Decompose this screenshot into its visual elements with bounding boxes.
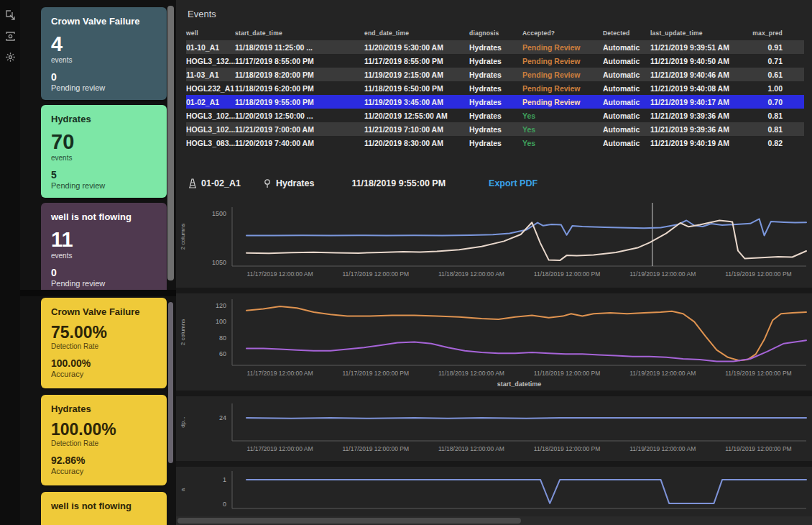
summary-card-value: 70 <box>51 132 157 152</box>
horizontal-scrollbar <box>176 516 812 525</box>
col-header-max-pred[interactable]: max_pred <box>744 29 783 37</box>
well-derrick-icon <box>188 178 198 188</box>
summary-card-sub-value: 5 <box>51 170 157 180</box>
table-row[interactable]: HOGL3_102...11/21/2019 7:00:00 AM11/21/2… <box>186 122 804 136</box>
summary-card-value-label: events <box>51 56 157 64</box>
share-icon[interactable] <box>5 10 16 21</box>
metric-card-title: well is not flowing <box>51 501 157 512</box>
table-row[interactable]: 01-02_A111/18/2019 9:55:00 PM11/19/2019 … <box>186 95 804 109</box>
table-row[interactable]: HOGL3_083...11/20/2019 7:40:00 AM11/20/2… <box>186 136 804 150</box>
cell-end-date-time: 11/20/2019 8:30:00 AM <box>364 139 469 147</box>
cell-start-date-time: 11/17/2019 8:55:00 PM <box>235 57 364 65</box>
cell-end-date-time: 11/21/2019 7:10:00 AM <box>364 125 469 134</box>
cell-diagnosis: Hydrates <box>469 139 522 147</box>
cell-accepted: Yes <box>522 139 591 147</box>
cell-start-date-time: 11/18/2019 11:25:00 ... <box>235 43 364 52</box>
table-row[interactable]: HOGL3_102...11/20/2019 12:50:00 ...11/20… <box>186 109 804 122</box>
cell-accepted: Yes <box>522 111 591 120</box>
chart-2-plot[interactable]: 2 columns120100806011/17/2019 12:00:00 A… <box>176 293 812 391</box>
cell-accepted: Pending Review <box>522 43 591 52</box>
cell-diagnosis: Hydrates <box>469 43 522 52</box>
cell-last-update-time: 11/21/2019 9:40:19 AM <box>650 139 744 147</box>
y-axis-label: a <box>180 488 186 491</box>
summary-card-value-label: events <box>51 252 157 260</box>
summary-card-sub-label: Pending review <box>51 181 157 190</box>
cell-well: HOGL3_083... <box>186 139 235 147</box>
metric-card-sub-value: 100.00% <box>51 358 157 368</box>
cards-scrollbar-top[interactable] <box>167 6 174 280</box>
x-tick-label: 11/19/2019 12:00:00 AM <box>629 270 696 278</box>
chart-4-plot[interactable]: a10 <box>176 467 812 516</box>
x-tick-label: 11/17/2019 12:00:00 PM <box>343 370 409 377</box>
y-tick-label: 1 <box>223 476 226 483</box>
cell-diagnosis: Hydrates <box>469 84 522 93</box>
col-header-well[interactable]: well <box>186 29 235 37</box>
summary-card-value: 11 <box>51 229 157 250</box>
frame-icon[interactable] <box>5 31 16 42</box>
metric-card-sub-value: 92.86% <box>51 455 157 465</box>
cell-start-date-time: 11/21/2019 7:00:00 AM <box>235 125 364 134</box>
cell-accepted: Yes <box>522 125 591 134</box>
cell-detected: Automatic <box>603 57 650 65</box>
metric-card[interactable]: Hydrates100.00%Detection Rate92.86%Accur… <box>41 395 167 485</box>
chart-3-plot[interactable]: dp...2411/17/2019 12:00:00 AM11/17/2019 … <box>176 396 812 461</box>
summary-card-sub-label: Pending review <box>51 83 157 92</box>
cell-last-update-time: 11/21/2019 9:40:46 AM <box>650 70 744 79</box>
cell-max-pred: 0.81 <box>744 111 783 120</box>
col-header-diagnosis[interactable]: diagnosis <box>469 29 522 37</box>
summary-card[interactable]: well is not flowing11events0Pending revi… <box>41 203 167 290</box>
col-header-end-date-time[interactable]: end_date_time <box>364 29 469 37</box>
x-tick-label: 11/17/2019 12:00:00 PM <box>343 270 409 278</box>
metric-card[interactable]: Crown Valve Failure75.00%Detection Rate1… <box>41 298 167 388</box>
cell-max-pred: 1.00 <box>744 84 783 93</box>
cell-last-update-time: 11/21/2019 9:39:36 AM <box>650 111 744 120</box>
cell-well: HOGL3_102... <box>186 125 235 134</box>
summary-card[interactable]: Hydrates70events5Pending review <box>41 105 167 198</box>
detail-well: 01-02_A1 <box>201 178 241 188</box>
metric-card[interactable]: well is not flowing <box>41 492 167 525</box>
metric-card-sub-label: Accuracy <box>51 467 157 475</box>
cell-end-date-time: 11/19/2019 3:45:00 AM <box>364 98 469 106</box>
horizontal-scrollbar-thumb[interactable] <box>177 518 521 524</box>
y-tick-label: 0 <box>223 501 226 508</box>
cell-well: HOGL232_A1 <box>186 84 235 93</box>
export-pdf-button[interactable]: Export PDF <box>489 178 538 188</box>
table-row[interactable]: HOGL3_132...11/17/2019 8:55:00 PM11/17/2… <box>186 54 804 68</box>
cards-scrollbar-bottom[interactable] <box>168 302 173 463</box>
table-row[interactable]: 01-10_A111/18/2019 11:25:00 ...11/20/201… <box>186 40 804 54</box>
cell-diagnosis: Hydrates <box>469 98 522 106</box>
cell-detected: Automatic <box>603 139 650 147</box>
chart-1-plot[interactable]: 2 columns1500105011/17/2019 12:00:00 AM1… <box>176 198 812 286</box>
x-tick-label: 11/17/2019 12:00:00 AM <box>247 270 313 278</box>
cell-last-update-time: 11/21/2019 9:40:08 AM <box>650 84 744 93</box>
gear-icon[interactable] <box>5 52 16 63</box>
event-detail-bar: 01-02_A1 Hydrates 11/18/2019 9:55:00 PM … <box>188 175 538 191</box>
summary-card[interactable]: Crown Valve Failure4events0Pending revie… <box>41 7 167 100</box>
cell-end-date-time: 11/17/2019 8:55:00 PM <box>364 57 469 65</box>
table-row[interactable]: 11-03_A111/18/2019 8:20:00 PM11/19/2019 … <box>186 68 804 81</box>
col-header-detected[interactable]: Detected <box>603 29 650 37</box>
col-header-accepted[interactable]: Accepted? <box>522 29 591 37</box>
cell-accepted: Pending Review <box>522 98 591 106</box>
main-content: Events well start_date_time end_date_tim… <box>176 0 812 525</box>
cell-start-date-time: 11/18/2019 9:55:00 PM <box>235 98 364 106</box>
table-row[interactable]: HOGL232_A111/18/2019 6:20:00 PM11/18/201… <box>186 81 804 95</box>
cell-last-update-time: 11/21/2019 9:40:17 AM <box>650 98 744 106</box>
series-line-cream <box>246 221 806 261</box>
cards-divider <box>20 290 176 296</box>
summary-card-value: 4 <box>51 34 157 55</box>
col-header-start-date-time[interactable]: start_date_time <box>235 29 364 37</box>
summary-card-sub-value: 0 <box>51 72 157 82</box>
x-tick-label: 11/18/2019 12:00:00 PM <box>534 445 600 452</box>
metric-cards: Crown Valve Failure75.00%Detection Rate1… <box>41 298 167 525</box>
y-tick-label: 120 <box>216 302 226 309</box>
summary-card-title: Crown Valve Failure <box>51 17 157 27</box>
cell-max-pred: 0.61 <box>744 70 783 79</box>
events-table: well start_date_time end_date_time diagn… <box>186 27 804 150</box>
cell-end-date-time: 11/20/2019 12:55:00 AM <box>364 111 469 120</box>
x-tick-label: 11/19/2019 12:00:00 PM <box>725 270 791 278</box>
col-header-last-update-time[interactable]: last_update_time <box>650 29 744 37</box>
cell-max-pred: 0.70 <box>744 98 783 106</box>
cell-max-pred: 0.82 <box>744 139 783 147</box>
x-tick-label: 11/18/2019 12:00:00 PM <box>534 370 600 377</box>
